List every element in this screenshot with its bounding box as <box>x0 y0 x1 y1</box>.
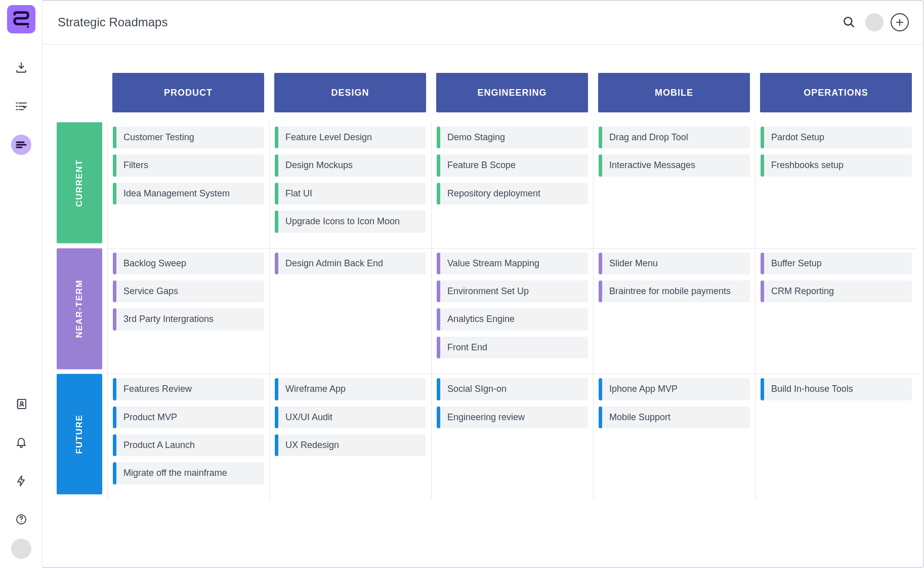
card-title: Analytics Engine <box>440 308 522 330</box>
roadmap-card[interactable]: Freshbooks setup <box>761 154 912 176</box>
roadmap-card[interactable]: Feature Level Design <box>275 127 426 148</box>
roadmap-card[interactable]: Build In-house Tools <box>761 378 912 400</box>
roadmap-card[interactable]: Migrate off the mainframe <box>113 462 264 484</box>
column-header: PRODUCT <box>112 73 264 112</box>
cell: Backlog SweepService Gaps3rd Party Inter… <box>107 249 269 375</box>
roadmap-card[interactable]: 3rd Party Intergrations <box>113 308 264 330</box>
card-title: Feature Level Design <box>278 127 379 148</box>
card-title: Repository deployment <box>440 183 548 205</box>
roadmap-card[interactable]: Product A Launch <box>113 434 264 456</box>
lightning-icon <box>15 475 27 487</box>
column-header: ENGINEERING <box>436 73 588 112</box>
roadmap-card[interactable]: Features Review <box>113 378 264 400</box>
roadmap-card[interactable]: Environment Set Up <box>437 280 588 302</box>
app-logo[interactable] <box>7 5 35 33</box>
roadmap-card[interactable]: Demo Staging <box>437 127 588 148</box>
nav-import[interactable] <box>11 58 31 78</box>
roadmap-card[interactable]: CRM Reporting <box>761 280 912 302</box>
roadmap-card[interactable]: Analytics Engine <box>437 308 588 330</box>
svg-point-4 <box>21 521 22 522</box>
card-stripe <box>113 462 116 484</box>
card-stripe <box>437 337 440 358</box>
search-icon <box>843 16 856 29</box>
roadmap-card[interactable]: Upgrade Icons to Icon Moon <box>275 211 426 232</box>
card-title: Idea Management System <box>116 183 237 205</box>
roadmap-card[interactable]: Filters <box>113 154 264 176</box>
roadmap-card[interactable]: Design Admin Back End <box>275 253 426 274</box>
user-avatar-small[interactable] <box>11 539 31 559</box>
roadmap-card[interactable]: Service Gaps <box>113 280 264 302</box>
card-title: Product MVP <box>116 407 184 428</box>
card-title: Features Review <box>116 378 199 400</box>
roadmap-card[interactable]: UX/UI Audit <box>275 407 426 428</box>
download-icon <box>15 61 28 74</box>
card-stripe <box>599 253 602 274</box>
roadmap-card[interactable]: Product MVP <box>113 407 264 428</box>
nav-notifications[interactable] <box>11 432 31 453</box>
roadmap-card[interactable]: Idea Management System <box>113 183 264 205</box>
card-title: Pardot Setup <box>764 127 831 148</box>
roadmap-card[interactable]: UX Redesign <box>275 434 426 456</box>
roadmap-card[interactable]: Social SIgn-on <box>437 378 588 400</box>
roadmap-card[interactable]: Mobile Support <box>599 407 750 428</box>
card-stripe <box>437 407 440 428</box>
svg-point-0 <box>27 26 29 28</box>
roadmap-card[interactable]: Customer Testing <box>113 127 264 148</box>
roadmap-card[interactable]: Interactive Messages <box>599 154 750 176</box>
page-title: Strategic Roadmaps <box>58 15 167 29</box>
roadmap-card[interactable]: Flat UI <box>275 183 426 205</box>
card-title: 3rd Party Intergrations <box>116 308 221 330</box>
card-stripe <box>113 253 116 274</box>
help-icon <box>15 513 27 525</box>
roadmap-card[interactable]: Value Stream Mapping <box>437 253 588 274</box>
card-stripe <box>437 127 440 148</box>
roadmap-card[interactable]: Engineering review <box>437 407 588 428</box>
roadmap-card[interactable]: Front End <box>437 337 588 358</box>
card-stripe <box>761 154 764 176</box>
card-title: CRM Reporting <box>764 280 841 302</box>
card-stripe <box>437 183 440 205</box>
card-stripe <box>113 434 116 456</box>
card-title: Customer Testing <box>116 127 201 148</box>
column-header: DESIGN <box>274 73 426 112</box>
card-stripe <box>113 127 116 148</box>
card-stripe <box>437 253 440 274</box>
roadmap-card[interactable]: Drag and Drop Tool <box>599 127 750 148</box>
card-stripe <box>113 154 116 176</box>
roadmap-card[interactable]: Design Mockups <box>275 154 426 176</box>
roadmap-card[interactable]: Pardot Setup <box>761 127 912 148</box>
card-stripe <box>599 280 602 302</box>
nav-activity[interactable] <box>11 471 31 491</box>
sidebar <box>0 0 43 568</box>
cell: Iphone App MVPMobile Support <box>593 374 755 500</box>
nav-roadmap[interactable] <box>11 135 31 155</box>
nav-list[interactable] <box>11 96 31 116</box>
card-stripe <box>113 308 116 330</box>
card-title: Flat UI <box>278 183 319 205</box>
roadmap-card[interactable]: Feature B Scope <box>437 154 588 176</box>
card-stripe <box>599 127 602 148</box>
card-title: Upgrade Icons to Icon Moon <box>278 211 407 232</box>
roadmap-card[interactable]: Wireframe App <box>275 378 426 400</box>
roadmap-card[interactable]: Repository deployment <box>437 183 588 205</box>
user-avatar[interactable] <box>865 13 884 31</box>
card-stripe <box>437 154 440 176</box>
nav-contacts[interactable] <box>11 394 31 414</box>
card-title: Social SIgn-on <box>440 378 514 400</box>
roadmap-card[interactable]: Braintree for mobile payments <box>599 280 750 302</box>
nav-help[interactable] <box>11 509 31 530</box>
roadmap-card[interactable]: Buffer Setup <box>761 253 912 274</box>
card-title: Demo Staging <box>440 127 512 148</box>
roadmap-card[interactable]: Iphone App MVP <box>599 378 750 400</box>
cell: Design Admin Back End <box>269 249 431 375</box>
card-title: Service Gaps <box>116 280 185 302</box>
roadmap-card[interactable]: Slider Menu <box>599 253 750 274</box>
roadmap-card[interactable]: Backlog Sweep <box>113 253 264 274</box>
card-title: Drag and Drop Tool <box>602 127 695 148</box>
card-stripe <box>113 378 116 400</box>
card-title: Engineering review <box>440 407 532 428</box>
search-button[interactable] <box>840 13 858 31</box>
card-title: Environment Set Up <box>440 280 536 302</box>
add-button[interactable] <box>891 13 909 31</box>
card-stripe <box>275 434 278 456</box>
